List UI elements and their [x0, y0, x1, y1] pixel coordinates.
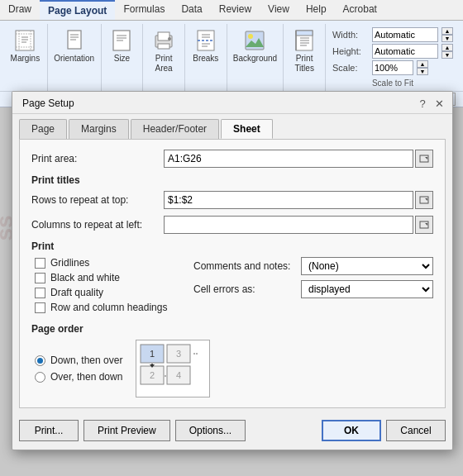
svg-marker-42: [425, 223, 427, 226]
draft-quality-row: Draft quality: [31, 287, 180, 298]
dialog-content: Print area: Print titles Rows to repeat …: [19, 139, 446, 408]
rows-repeat-label: Rows to repeat at top:: [31, 194, 164, 206]
comments-row: Comments and notes: (None)At end of shee…: [193, 257, 433, 275]
over-down-label: Over, then down: [50, 371, 122, 383]
dialog-tab-margins[interactable]: Margins: [69, 119, 129, 139]
ok-button[interactable]: OK: [322, 420, 381, 441]
page-order-section: Page order Down, then over Over, then do…: [31, 323, 433, 397]
cols-expand-btn[interactable]: [415, 216, 433, 234]
rows-repeat-row: Rows to repeat at top:: [31, 191, 433, 209]
svg-text:4: 4: [176, 370, 181, 380]
dialog-tab-sheet[interactable]: Sheet: [221, 119, 273, 139]
down-over-label: Down, then over: [50, 355, 122, 366]
gridlines-checkbox[interactable]: [35, 258, 45, 269]
page-setup-dialog: Page Setup ? ✕ Page Margins Header/Foote…: [12, 91, 453, 450]
over-down-row: Over, then down: [35, 371, 122, 383]
dialog-controls: ? ✕: [416, 97, 446, 110]
row-col-headings-label: Row and column headings: [50, 302, 167, 313]
print-button[interactable]: Print...: [19, 420, 79, 441]
dialog-footer: Print... Print Preview Options... OK Can…: [12, 415, 452, 450]
rows-repeat-input[interactable]: [164, 191, 413, 209]
cols-repeat-input[interactable]: [164, 216, 413, 234]
down-over-radio[interactable]: [35, 355, 45, 366]
page-order-header: Page order: [31, 323, 433, 335]
down-over-row: Down, then over: [35, 355, 122, 366]
black-white-checkbox[interactable]: [35, 273, 45, 283]
print-area-row: Print area:: [31, 150, 433, 168]
page-order-radios: Down, then over Over, then down: [35, 355, 122, 383]
svg-text:3: 3: [176, 349, 181, 359]
svg-text:1: 1: [150, 349, 155, 359]
cols-input-group: [164, 216, 433, 234]
options-button[interactable]: Options...: [175, 420, 246, 441]
row-col-headings-row: Row and column headings: [31, 302, 180, 313]
draft-quality-label: Draft quality: [50, 287, 103, 298]
comments-select[interactable]: (None)At end of sheetAs displayed on she…: [301, 257, 433, 275]
svg-marker-38: [425, 157, 427, 159]
print-header: Print: [31, 240, 433, 252]
cols-repeat-row: Columns to repeat at left:: [31, 216, 433, 234]
svg-marker-40: [425, 198, 427, 201]
black-white-row: Black and white: [31, 272, 180, 283]
print-area-expand-btn[interactable]: [415, 150, 433, 168]
draft-quality-checkbox[interactable]: [35, 288, 45, 298]
print-area-input-group: [164, 150, 433, 168]
dialog-help-button[interactable]: ?: [416, 97, 429, 110]
cols-repeat-label: Columns to repeat at left:: [31, 219, 164, 231]
print-area-input[interactable]: [164, 150, 413, 168]
page-order-diagram-svg: 1 3 2 4: [137, 341, 208, 396]
comments-label: Comments and notes:: [193, 260, 301, 272]
print-area-label: Print area:: [31, 153, 164, 164]
cell-errors-select[interactable]: displayedblank#N/A--: [301, 280, 433, 298]
over-down-radio[interactable]: [35, 372, 45, 383]
cell-errors-row: Cell errors as: displayedblank#N/A--: [193, 280, 433, 298]
dialog-tab-page[interactable]: Page: [19, 119, 67, 139]
comments-select-wrapper: (None)At end of sheetAs displayed on she…: [301, 257, 433, 275]
dialog-tab-header-footer[interactable]: Header/Footer: [131, 119, 219, 139]
print-section: Gridlines Black and white Draft quality …: [31, 257, 433, 317]
page-order-diagram: 1 3 2 4: [136, 340, 210, 397]
black-white-label: Black and white: [50, 272, 120, 283]
page-order-body: Down, then over Over, then down: [31, 340, 433, 397]
cell-errors-select-wrapper: displayedblank#N/A--: [301, 280, 433, 298]
dialog-titlebar: Page Setup ? ✕: [12, 92, 452, 114]
rows-input-group: [164, 191, 433, 209]
gridlines-row: Gridlines: [31, 257, 180, 269]
dialog-tabs: Page Margins Header/Footer Sheet: [12, 114, 452, 139]
print-preview-button[interactable]: Print Preview: [84, 420, 170, 441]
print-dropdowns: Comments and notes: (None)At end of shee…: [193, 257, 433, 317]
cell-errors-label: Cell errors as:: [193, 283, 301, 295]
gridlines-label: Gridlines: [50, 257, 89, 269]
rows-expand-btn[interactable]: [415, 191, 433, 209]
cancel-button[interactable]: Cancel: [386, 420, 446, 441]
dialog-close-button[interactable]: ✕: [432, 97, 446, 110]
print-checkboxes: Gridlines Black and white Draft quality …: [31, 257, 180, 317]
svg-text:2: 2: [150, 370, 155, 380]
dialog-overlay: Page Setup ? ✕ Page Margins Header/Foote…: [0, 0, 463, 476]
row-col-headings-checkbox[interactable]: [35, 302, 45, 313]
dialog-title: Page Setup: [22, 98, 74, 109]
print-titles-header: Print titles: [31, 174, 433, 186]
